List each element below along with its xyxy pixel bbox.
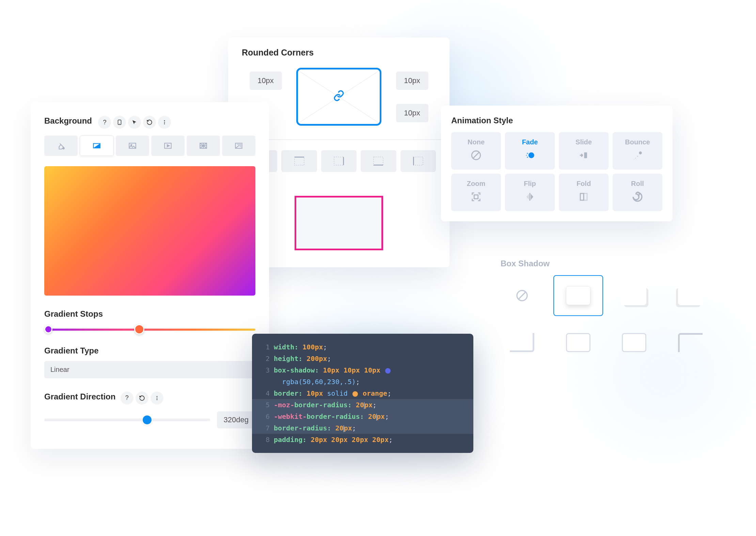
help-icon[interactable]: ? (121, 392, 133, 405)
animation-option-label: Fold (577, 180, 591, 188)
flip-icon (524, 191, 536, 205)
help-icon[interactable]: ? (98, 116, 111, 129)
animation-option-none[interactable]: None (451, 132, 501, 170)
gradient-type-select[interactable]: Linear (44, 361, 255, 378)
svg-rect-35 (474, 195, 478, 199)
fold-icon (578, 191, 589, 205)
svg-rect-3 (334, 157, 344, 165)
svg-rect-37 (584, 193, 587, 200)
svg-rect-5 (374, 157, 383, 165)
gradient-stops-label: Gradient Stops (44, 309, 255, 319)
animation-option-zoom[interactable]: Zoom (451, 174, 501, 211)
none-icon (470, 149, 482, 163)
animation-option-fold[interactable]: Fold (559, 174, 609, 211)
animation-option-fade[interactable]: Fade (505, 132, 555, 170)
gradient-direction-label: Gradient Direction (44, 392, 115, 401)
gradient-type-label: Gradient Type (44, 346, 255, 356)
svg-point-22 (156, 397, 157, 398)
svg-point-33 (635, 158, 636, 159)
animation-title: Animation Style (451, 116, 662, 125)
animation-option-flip[interactable]: Flip (505, 174, 555, 211)
animation-option-label: Flip (524, 180, 536, 188)
animation-option-bounce[interactable]: Bounce (613, 132, 662, 170)
animation-panel: Animation Style NoneFadeSlideBounceZoomF… (441, 106, 673, 221)
rounded-corners-title: Rounded Corners (228, 37, 450, 58)
fade-icon (524, 149, 536, 163)
animation-option-roll[interactable]: Roll (613, 174, 662, 211)
shadow-option-4[interactable] (497, 322, 547, 363)
zoom-icon (470, 191, 482, 205)
svg-point-21 (156, 396, 157, 397)
reset-icon[interactable] (136, 392, 148, 405)
svg-point-13 (164, 123, 165, 124)
bg-tab-fill[interactable] (44, 136, 78, 156)
gradient-preview (44, 166, 255, 296)
stop-handle-2[interactable] (134, 324, 144, 334)
svg-line-25 (473, 153, 479, 158)
more-icon[interactable] (158, 116, 171, 129)
bg-tab-image[interactable] (116, 136, 149, 156)
border-side-top[interactable] (281, 150, 317, 172)
animation-option-label: Zoom (467, 180, 485, 188)
direction-value-input[interactable]: 320deg (217, 411, 255, 428)
animation-option-label: Slide (576, 138, 592, 146)
svg-rect-36 (580, 193, 584, 200)
svg-point-23 (156, 399, 157, 400)
background-panel: Background ? Gradient Stops Gradient Typ… (31, 102, 269, 449)
svg-point-27 (527, 153, 528, 154)
svg-point-32 (637, 156, 638, 157)
svg-point-31 (639, 152, 642, 155)
corner-link-toggle[interactable] (296, 68, 381, 126)
corner-top-right-input[interactable]: 10px (396, 72, 428, 90)
reset-icon[interactable] (143, 116, 156, 129)
shadow-option-1[interactable] (553, 275, 603, 316)
shadow-option-2[interactable] (609, 275, 659, 316)
stop-handle-1[interactable] (44, 325, 52, 333)
hover-icon[interactable] (128, 116, 141, 129)
svg-point-12 (164, 122, 165, 123)
svg-rect-30 (584, 153, 587, 158)
gradient-stops-slider[interactable] (44, 326, 255, 332)
svg-point-26 (529, 153, 534, 158)
animation-option-label: Bounce (625, 138, 650, 146)
bounce-icon (632, 149, 643, 163)
roll-icon (632, 191, 643, 205)
svg-rect-7 (413, 157, 423, 165)
bg-tab-pattern[interactable] (187, 136, 220, 156)
responsive-icon[interactable] (113, 116, 126, 129)
shadow-option-none[interactable] (497, 275, 547, 316)
corner-bottom-right-input[interactable]: 10px (396, 104, 428, 122)
svg-rect-1 (295, 157, 304, 165)
bg-tab-mask[interactable] (222, 136, 255, 156)
bg-tab-gradient[interactable] (80, 136, 114, 156)
box-shadow-panel: Box Shadow (497, 259, 715, 363)
svg-line-39 (519, 292, 525, 299)
animation-option-label: Roll (631, 180, 644, 188)
link-icon (333, 90, 345, 104)
border-side-left[interactable] (400, 150, 436, 172)
svg-point-14 (63, 147, 64, 149)
bg-tab-video[interactable] (151, 136, 185, 156)
border-preview-box (295, 196, 383, 250)
more-icon[interactable] (151, 392, 163, 405)
direction-slider[interactable] (44, 419, 210, 421)
code-editor[interactable]: 1width: 100px;2height: 200px;3box-shadow… (252, 334, 473, 453)
animation-option-label: Fade (522, 138, 538, 146)
shadow-option-6[interactable] (609, 322, 659, 363)
border-side-bottom[interactable] (361, 150, 396, 172)
border-side-right[interactable] (321, 150, 357, 172)
shadow-option-7[interactable] (665, 322, 715, 363)
svg-point-11 (164, 120, 165, 121)
direction-handle[interactable] (143, 415, 152, 424)
svg-point-29 (527, 157, 528, 158)
box-shadow-title: Box Shadow (497, 259, 715, 268)
background-title: Background (44, 116, 92, 126)
slide-icon (578, 149, 589, 163)
corner-top-left-input[interactable]: 10px (250, 72, 282, 90)
svg-point-28 (526, 155, 527, 156)
animation-option-slide[interactable]: Slide (559, 132, 609, 170)
shadow-option-3[interactable] (665, 275, 715, 316)
shadow-option-5[interactable] (553, 322, 603, 363)
svg-point-34 (634, 159, 634, 159)
svg-point-10 (120, 124, 120, 124)
